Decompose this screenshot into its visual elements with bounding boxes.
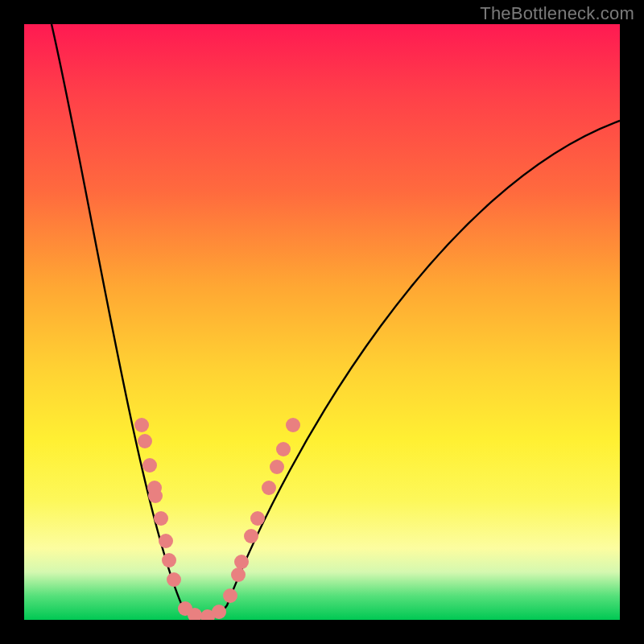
marker-dot: [270, 460, 284, 474]
marker-dot: [231, 568, 246, 582]
marker-dot: [244, 529, 258, 543]
bottleneck-curve: [52, 24, 620, 617]
marker-dot: [286, 418, 300, 432]
marker-dot: [223, 588, 237, 603]
marker-dot: [159, 534, 173, 548]
marker-dot: [162, 553, 176, 568]
watermark-text: TheBottleneck.com: [480, 3, 634, 24]
marker-dot: [212, 605, 226, 619]
marker-dot: [167, 572, 181, 587]
marker-dot: [276, 442, 291, 456]
marker-dot: [262, 481, 276, 495]
marker-dot: [148, 489, 163, 503]
plot-area: [24, 24, 620, 620]
chart-frame: TheBottleneck.com: [0, 0, 644, 644]
marker-dot: [250, 511, 265, 526]
marker-dot: [142, 458, 157, 473]
curve-layer: [24, 24, 620, 620]
marker-dot: [154, 511, 168, 526]
marker-dot: [134, 418, 149, 432]
marker-dot: [234, 555, 249, 569]
marker-dot: [138, 434, 152, 448]
